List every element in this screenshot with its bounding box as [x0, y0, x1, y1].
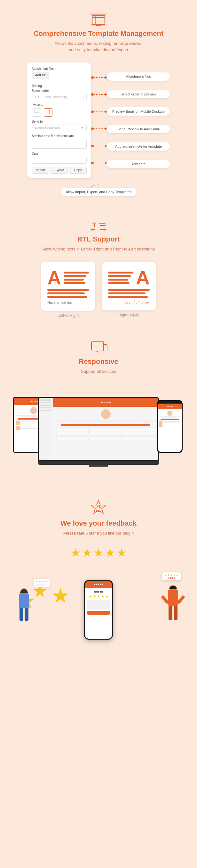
stars-row: ★ ★ ★ ★ ★ — [6, 546, 191, 560]
connectors-column — [91, 62, 107, 178]
rtl-cards-container: A Have a nice day Left-to-Right — [6, 262, 191, 318]
ltr-card: A Have a nice day Left-to-Right — [41, 262, 95, 318]
svg-rect-0 — [92, 16, 105, 24]
line-1 — [94, 77, 105, 78]
rtl-card: A هيچ ارزش آش ورديبا Right-to-Left — [102, 262, 156, 318]
section-subtitle: Allows file attachments, testing, email … — [6, 40, 191, 53]
section-responsive: Responsive Support all devices Your Ovo — [0, 327, 197, 484]
responsive-icon — [6, 340, 191, 353]
tablet-brand: Your Ovo — [30, 400, 38, 402]
star-2: ★ — [82, 546, 92, 560]
select-order-input[interactable]: #111 - David - processing ▾ — [32, 94, 87, 100]
svg-text:T: T — [92, 221, 96, 229]
rtl-lines-col — [108, 272, 133, 286]
email-icon: ✉ — [81, 126, 84, 129]
rtl-title: RTL Support — [6, 235, 191, 243]
template-management-icon — [6, 13, 191, 26]
bottom-connector: Allow Import, Export, and Copy Templates — [6, 183, 191, 196]
label-7: Allow Import, Export, and Copy Templates — [61, 188, 136, 196]
mobile-preview-btn[interactable] — [44, 108, 52, 117]
copy-btn[interactable]: Copy — [69, 167, 87, 174]
rating-score: 4.9/5.0 — [164, 577, 179, 579]
person-right — [162, 585, 184, 640]
add-file-btn[interactable]: Add file — [32, 72, 49, 79]
svg-rect-24 — [104, 345, 107, 351]
connector-3 — [91, 111, 107, 113]
ltr-tag: Left-to-Right — [41, 313, 95, 318]
label-2: Select order to preview — [107, 90, 170, 98]
section-title: Comprehensive Template Management — [6, 29, 191, 38]
labels-column: Attachment files Select order to preview… — [107, 62, 170, 178]
rating-bubble: ★ ★ ★ ★ ★ 4.9/5.0 — [162, 572, 181, 580]
dot-4 — [91, 127, 94, 130]
svg-rect-10 — [47, 110, 49, 114]
dot-1 — [91, 76, 94, 79]
big-star-3: ★ — [51, 584, 70, 608]
dropdown-icon: ▾ — [82, 96, 84, 99]
responsive-subtitle: Support all devices — [6, 368, 191, 375]
desktop-preview-btn[interactable] — [32, 108, 42, 117]
data-textarea[interactable] — [32, 157, 87, 164]
label-6: Add data — [107, 160, 170, 168]
laptop-inner: Your Ovo — [39, 398, 158, 460]
phone-brand: Your Ovo — [166, 405, 173, 407]
data-label: Data — [32, 152, 87, 155]
connector-1 — [91, 76, 107, 79]
star-5: ★ — [116, 546, 127, 560]
ltr-content: A — [47, 269, 89, 288]
section-rtl: T RTL Support Allow writing texts in Lef… — [0, 206, 197, 327]
label-5: Add admin's note for template — [107, 142, 170, 151]
tablet-avatar — [30, 407, 37, 414]
chat-bubble-left: ★ ★ ★ ★ ★ — [34, 579, 50, 587]
dot-6 — [91, 162, 94, 164]
dot-5 — [91, 145, 94, 147]
send-to-label: Send to — [32, 120, 87, 123]
rtl-icon: T — [6, 218, 191, 231]
connector-4 — [91, 127, 107, 130]
phone-device: Your Ovo — [157, 400, 183, 453]
label-1: Attachment files — [107, 72, 170, 81]
responsive-title: Responsive — [6, 358, 191, 366]
label-3: Preview Email on Mobile Desktop — [107, 107, 170, 116]
line-6 — [94, 163, 105, 163]
star-1: ★ — [70, 546, 81, 560]
feedback-illustration: ★ ★ ★ ★★★★★ — [6, 566, 191, 640]
star-3: ★ — [93, 546, 104, 560]
line-2 — [94, 94, 105, 95]
rtl-content: A — [108, 269, 150, 288]
section-template-management: Comprehensive Template Management Allows… — [0, 0, 197, 206]
import-btn[interactable]: Import — [32, 167, 49, 174]
person-left — [13, 588, 35, 640]
laptop-screen: Your Ovo — [38, 397, 159, 461]
svg-rect-21 — [91, 342, 104, 350]
feedback-title: We love your feedback — [6, 519, 191, 528]
connector-2 — [91, 93, 107, 96]
mini-stars: ★ ★ ★ ★ ★ — [87, 594, 110, 599]
form-card: Attachment files Add file Testing Select… — [27, 62, 91, 178]
rating-text: Rate us! — [87, 591, 110, 593]
select-order-label: Select order — [32, 89, 87, 93]
line-5 — [94, 146, 105, 146]
send-to-input[interactable]: sample@gmail.com ✉ — [32, 125, 87, 131]
feedback-icon — [6, 499, 191, 515]
preview-label: Preview — [32, 103, 87, 107]
rtl-letter: A — [136, 269, 150, 288]
ltr-letter: A — [47, 269, 61, 288]
connector-6 — [91, 162, 107, 164]
export-btn[interactable]: Export — [50, 167, 68, 174]
svg-marker-20 — [105, 228, 107, 231]
star-4: ★ — [105, 546, 115, 560]
svg-marker-18 — [90, 228, 92, 231]
dot-2 — [91, 93, 94, 96]
rtl-subtitle: Allow writing texts in Left-to-Right and… — [6, 246, 191, 252]
preview-row — [32, 108, 87, 117]
feedback-subtitle: Please rate 5 star if you like our plugi… — [6, 530, 191, 536]
center-phone: ★★★★★ Rate us! ★ ★ ★ ★ ★ — [84, 580, 113, 640]
line-3 — [94, 112, 105, 112]
device-showcase: Your Ovo — [6, 384, 191, 480]
rtl-label: هيچ ارزش آش ورديبا — [108, 301, 150, 304]
rtl-tag: Right-to-Left — [102, 313, 156, 317]
ltr-lines — [64, 272, 89, 286]
label-4: Send Preview to Any Email — [107, 125, 170, 133]
admin-note-textarea[interactable] — [32, 139, 87, 149]
